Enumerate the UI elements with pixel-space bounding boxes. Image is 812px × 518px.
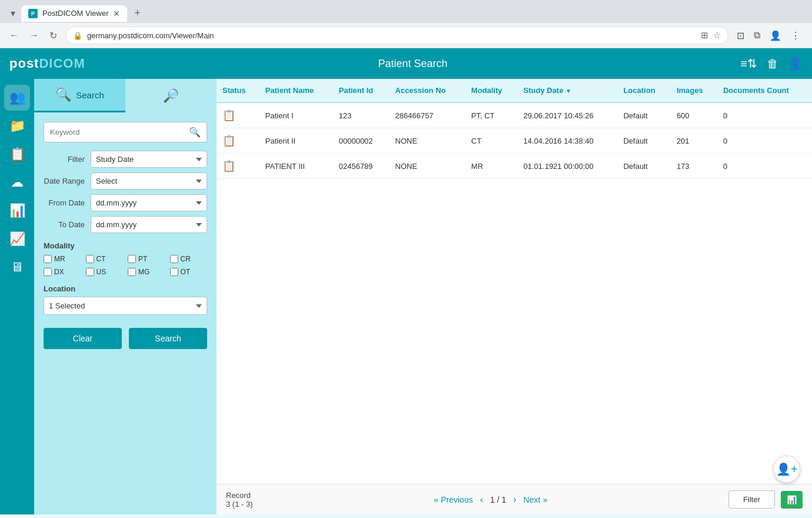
search-button[interactable]: Search [129, 328, 207, 349]
extensions-icon[interactable]: ⧉ [751, 28, 763, 43]
col-modality: Modality [465, 79, 518, 102]
nav-documents[interactable]: 📋 [4, 141, 30, 167]
row2-patient-name: Patient II [259, 128, 333, 154]
trash-icon[interactable]: 🗑 [767, 57, 778, 71]
record-count: 3 (1 - 3) [226, 500, 253, 509]
col-patient-name: Patient Name [259, 79, 333, 102]
search-tab-icon: 🔍 [55, 87, 71, 102]
modality-us[interactable]: US [86, 268, 124, 276]
keyword-search-button[interactable]: 🔍 [183, 122, 207, 142]
modality-mg-checkbox[interactable] [128, 268, 136, 276]
advanced-search-tab-icon: 🔎 [163, 88, 179, 104]
date-range-label: Date Range [44, 177, 91, 185]
filter-section: Filter Study Date Date Range Select From… [44, 151, 207, 233]
location-label: Location [44, 284, 207, 293]
filter-select[interactable]: Study Date [91, 151, 207, 168]
search-body: 🔍 Filter Study Date Date Range Select [34, 112, 217, 514]
keyword-row: 🔍 [44, 122, 207, 142]
nav-analytics[interactable]: 📈 [4, 226, 30, 252]
keyword-input[interactable] [44, 124, 183, 141]
modality-dx-checkbox[interactable] [44, 268, 52, 276]
app-header: postDICOM Patient Search ≡⇅ 🗑 👤 [0, 48, 812, 79]
new-tab-button[interactable]: + [127, 4, 148, 23]
row1-documents-count: 0 [717, 102, 812, 128]
modality-cr[interactable]: CR [170, 255, 208, 263]
reload-button[interactable]: ↻ [47, 28, 59, 44]
main-content: Status Patient Name Patient Id Accession… [217, 79, 812, 514]
date-range-row: Date Range Select [44, 172, 207, 190]
browser-tab[interactable]: P PostDICOM Viewer ✕ [21, 5, 127, 22]
record-info: Record 3 (1 - 3) [226, 491, 253, 509]
nav-upload[interactable]: ☁ [4, 170, 30, 195]
filter-button[interactable]: Filter [728, 490, 775, 509]
next-button[interactable]: Next » [524, 495, 548, 504]
next-chevron-icon[interactable]: › [513, 494, 516, 505]
row1-accession-no: 286466757 [390, 102, 465, 128]
table-row[interactable]: 📋 Patient II 00000002 NONE CT 14.04.2016… [217, 128, 812, 154]
row3-location: Default [617, 154, 670, 179]
close-tab-icon[interactable]: ✕ [113, 9, 120, 18]
page-info: 1 / 1 [490, 495, 506, 504]
screen-icon[interactable]: ⊡ [734, 28, 747, 44]
back-button[interactable]: ← [7, 28, 21, 43]
tab-advanced-search[interactable]: 🔎 [125, 79, 217, 112]
sort-lines-icon[interactable]: ≡⇅ [740, 57, 757, 71]
next-arrow-icon: » [543, 495, 547, 504]
modality-mr-checkbox[interactable] [44, 255, 52, 263]
modality-ot-checkbox[interactable] [170, 268, 178, 276]
address-input[interactable]: germany.postdicom.com/Viewer/Main [87, 31, 696, 40]
modality-ct-checkbox[interactable] [86, 255, 94, 263]
nav-patients[interactable]: 👥 [4, 85, 30, 111]
forward-button[interactable]: → [27, 28, 41, 43]
excel-icon: 📊 [787, 495, 797, 504]
modality-pt[interactable]: PT [128, 255, 165, 263]
pagination-right: Filter 📊 [728, 490, 803, 509]
tab-search[interactable]: 🔍 Search [34, 79, 125, 112]
user-account-icon[interactable]: 👤 [788, 57, 803, 71]
row1-patient-id: 123 [333, 102, 390, 128]
app-container: postDICOM Patient Search ≡⇅ 🗑 👤 👥 📁 📋 ☁ … [0, 48, 812, 514]
nav-viewer[interactable]: 🖥 [4, 254, 30, 280]
row2-status: 📋 [217, 128, 259, 154]
header-actions: ≡⇅ 🗑 👤 [740, 57, 803, 71]
clear-button[interactable]: Clear [44, 328, 122, 349]
from-date-row: From Date dd.mm.yyyy [44, 194, 207, 211]
tab-dropdown[interactable]: ▾ [5, 4, 21, 22]
modality-us-checkbox[interactable] [86, 268, 94, 276]
translate-icon[interactable]: ⊞ [701, 30, 708, 41]
modality-ct[interactable]: CT [86, 255, 124, 263]
row2-images: 201 [671, 128, 717, 154]
col-patient-id: Patient Id [333, 79, 390, 102]
filter-row: Filter Study Date [44, 151, 207, 168]
patients-table: Status Patient Name Patient Id Accession… [217, 79, 812, 179]
add-user-fab[interactable]: 👤+ [773, 456, 800, 483]
profile-icon[interactable]: 👤 [767, 28, 784, 44]
table-row[interactable]: 📋 PATIENT III 02456789 NONE MR 01.01.192… [217, 154, 812, 179]
modality-ot[interactable]: OT [170, 268, 208, 276]
modality-pt-checkbox[interactable] [128, 255, 136, 263]
nav-worklist[interactable]: 📊 [4, 198, 30, 224]
star-icon[interactable]: ☆ [713, 30, 721, 41]
sort-arrow-icon: ▼ [565, 88, 571, 94]
prev-chevron-icon[interactable]: ‹ [480, 494, 483, 505]
modality-cr-checkbox[interactable] [170, 255, 178, 263]
location-select[interactable]: 1 Selected [44, 297, 207, 315]
row1-study-date: 29.06.2017 10:45:26 [518, 102, 618, 128]
modality-mg[interactable]: MG [128, 268, 165, 276]
menu-icon[interactable]: ⋮ [788, 28, 803, 44]
col-study-date[interactable]: Study Date ▼ [518, 79, 618, 102]
modality-grid: MR CT PT CR DX US MG OT [44, 255, 207, 276]
previous-button[interactable]: « Previous [434, 495, 472, 504]
from-date-select[interactable]: dd.mm.yyyy [91, 194, 207, 211]
modality-mr[interactable]: MR [44, 255, 81, 263]
next-label: Next [524, 495, 541, 504]
nav-folders[interactable]: 📁 [4, 113, 30, 139]
excel-export-button[interactable]: 📊 [781, 491, 803, 509]
modality-dx[interactable]: DX [44, 268, 81, 276]
to-date-select[interactable]: dd.mm.yyyy [91, 216, 207, 233]
table-header: Status Patient Name Patient Id Accession… [217, 79, 812, 102]
date-range-select[interactable]: Select [91, 172, 207, 190]
row2-study-date: 14.04.2016 14:38:40 [518, 128, 618, 154]
table-row[interactable]: 📋 Patient I 123 286466757 PT, CT 29.06.2… [217, 102, 812, 128]
row2-documents-count: 0 [717, 128, 812, 154]
